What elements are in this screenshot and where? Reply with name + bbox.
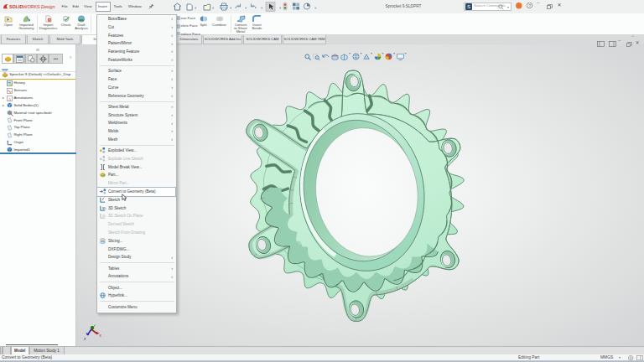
svg-text:▾: ▾ <box>261 6 263 10</box>
svg-text:▾: ▾ <box>279 6 282 10</box>
svg-text:A: A <box>8 96 12 101</box>
svg-text:▾: ▾ <box>314 6 317 10</box>
svg-text:▾: ▾ <box>212 6 215 10</box>
svg-text:▾: ▾ <box>195 6 197 10</box>
svg-text:3D: 3D <box>101 214 106 218</box>
svg-text:▾: ▾ <box>245 6 247 10</box>
svg-text:3D: 3D <box>101 205 106 209</box>
svg-text:?: ? <box>528 3 531 8</box>
svg-text:▾: ▾ <box>230 6 232 10</box>
